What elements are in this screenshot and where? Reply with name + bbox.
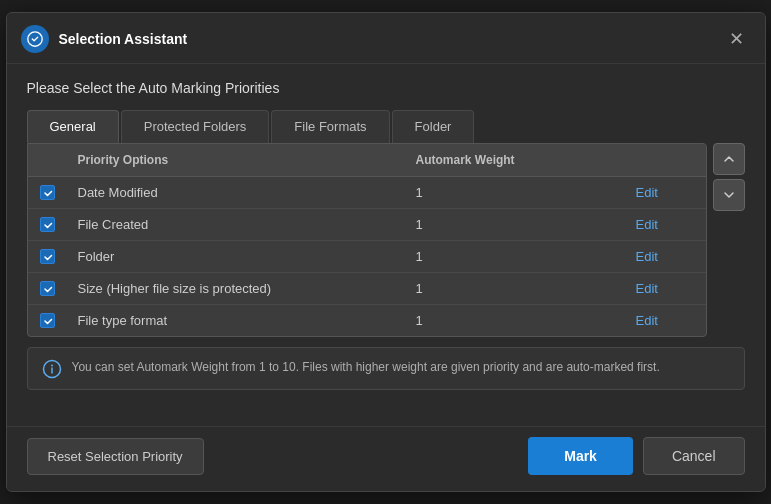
row2-edit[interactable]: Edit [626, 241, 706, 272]
table-row: Folder 1 Edit [28, 241, 706, 273]
mark-button[interactable]: Mark [528, 437, 633, 475]
row4-weight: 1 [406, 305, 626, 336]
info-icon [42, 359, 62, 379]
row3-checkbox[interactable] [40, 281, 55, 296]
row2-weight: 1 [406, 241, 626, 272]
table-row: File type format 1 Edit [28, 305, 706, 336]
table-row: Size (Higher file size is protected) 1 E… [28, 273, 706, 305]
row3-label: Size (Higher file size is protected) [68, 273, 406, 304]
row3-edit[interactable]: Edit [626, 273, 706, 304]
dialog-footer: Reset Selection Priority Mark Cancel [7, 426, 765, 491]
row1-weight: 1 [406, 209, 626, 240]
row4-label: File type format [68, 305, 406, 336]
row1-label: File Created [68, 209, 406, 240]
app-icon [21, 25, 49, 53]
selection-assistant-dialog: Selection Assistant ✕ Please Select the … [6, 12, 766, 492]
title-bar: Selection Assistant ✕ [7, 13, 765, 64]
priority-table: Priority Options Automark Weight Date Mo… [27, 143, 707, 337]
close-button[interactable]: ✕ [725, 27, 749, 51]
col-weight-header: Automark Weight [406, 144, 626, 176]
dialog-body: Please Select the Auto Marking Prioritie… [7, 64, 765, 426]
info-message: You can set Automark Weight from 1 to 10… [72, 358, 660, 376]
table-row: Date Modified 1 Edit [28, 177, 706, 209]
row4-checkbox[interactable] [40, 313, 55, 328]
reset-selection-priority-button[interactable]: Reset Selection Priority [27, 438, 204, 475]
row2-label: Folder [68, 241, 406, 272]
row1-edit[interactable]: Edit [626, 209, 706, 240]
svg-point-2 [51, 365, 53, 367]
col-action-header [626, 144, 706, 176]
footer-action-buttons: Mark Cancel [528, 437, 744, 475]
col-checkbox-header [28, 144, 68, 176]
row1-checkbox-cell [28, 209, 68, 240]
row4-checkbox-cell [28, 305, 68, 336]
row2-checkbox-cell [28, 241, 68, 272]
row0-weight: 1 [406, 177, 626, 208]
scroll-controls [713, 143, 745, 211]
info-box: You can set Automark Weight from 1 to 10… [27, 347, 745, 390]
col-priority-header: Priority Options [68, 144, 406, 176]
row4-edit[interactable]: Edit [626, 305, 706, 336]
row0-checkbox-cell [28, 177, 68, 208]
tab-bar: General Protected Folders File Formats F… [27, 110, 745, 143]
table-header: Priority Options Automark Weight [28, 144, 706, 177]
row2-checkbox[interactable] [40, 249, 55, 264]
row3-checkbox-cell [28, 273, 68, 304]
table-row: File Created 1 Edit [28, 209, 706, 241]
tab-file-formats[interactable]: File Formats [271, 110, 389, 143]
dialog-title: Selection Assistant [59, 31, 715, 47]
table-area: Priority Options Automark Weight Date Mo… [27, 143, 745, 337]
row0-label: Date Modified [68, 177, 406, 208]
row0-edit[interactable]: Edit [626, 177, 706, 208]
tab-folder[interactable]: Folder [392, 110, 475, 143]
row0-checkbox[interactable] [40, 185, 55, 200]
row3-weight: 1 [406, 273, 626, 304]
cancel-button[interactable]: Cancel [643, 437, 745, 475]
tab-general[interactable]: General [27, 110, 119, 143]
scroll-down-button[interactable] [713, 179, 745, 211]
row1-checkbox[interactable] [40, 217, 55, 232]
scroll-up-button[interactable] [713, 143, 745, 175]
dialog-subtitle: Please Select the Auto Marking Prioritie… [27, 80, 745, 96]
tab-protected-folders[interactable]: Protected Folders [121, 110, 270, 143]
